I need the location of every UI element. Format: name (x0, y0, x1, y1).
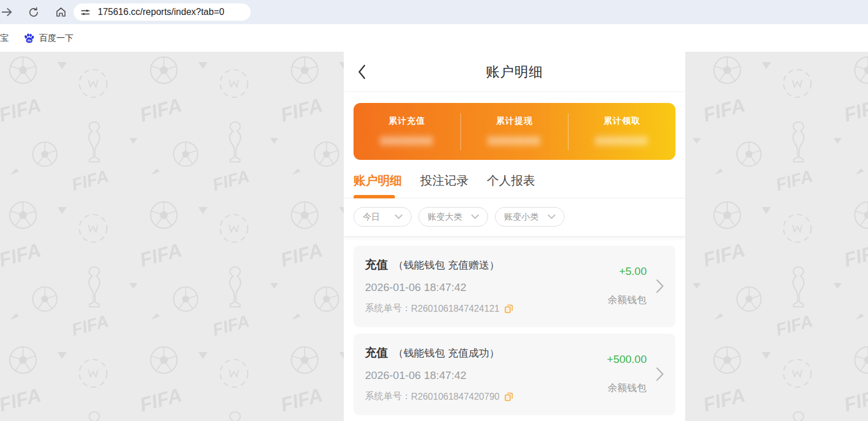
svg-text:du: du (28, 39, 32, 42)
chevron-left-icon (358, 64, 366, 80)
transaction-row[interactable]: 充值 （钱能钱包 充值成功） 2026-01-06 18:47:42 系统单号：… (354, 334, 675, 415)
tab-account-detail[interactable]: 账户明细 (354, 173, 402, 198)
page-background: FIFA FIFA 账户明细 累计充值 8888888 (0, 52, 868, 421)
filter-date-dropdown[interactable]: 今日 (354, 207, 412, 227)
transaction-order: 系统单号： R2601061847424121 (365, 303, 608, 315)
bookmark-baidu[interactable]: du 百度一下 (24, 33, 74, 44)
url-text[interactable]: 175616.cc/reports/index?tab=0 (98, 7, 224, 17)
stat-total-withdraw: 累计提现 8888888 (461, 116, 568, 148)
transaction-wallet: 余额钱包 (608, 381, 647, 395)
tab-personal-report[interactable]: 个人报表 (487, 173, 535, 198)
stat-value-censored: 8888888 (381, 135, 433, 148)
order-number: R2601061847424121 (411, 304, 500, 314)
home-icon[interactable] (55, 6, 67, 18)
tab-label: 账户明细 (354, 173, 402, 189)
tab-bet-records[interactable]: 投注记录 (420, 173, 468, 198)
chevron-right-icon[interactable] (652, 367, 667, 381)
stat-label: 累计提现 (496, 116, 533, 127)
filter-label: 账变大类 (428, 212, 462, 223)
transaction-info: 充值 （钱能钱包 充值成功） 2026-01-06 18:47:42 系统单号：… (365, 345, 607, 403)
chevron-down-icon (548, 215, 555, 219)
transaction-order: 系统单号： R2601061847420790 (365, 391, 607, 403)
filter-label: 今日 (363, 212, 380, 223)
transaction-amount: +5.00 (619, 265, 647, 278)
stat-value-censored: 8888888 (488, 135, 541, 148)
bookmark-baidu-label: 百度一下 (39, 33, 74, 44)
stat-total-deposit: 累计充值 8888888 (354, 116, 460, 148)
address-bar[interactable]: 175616.cc/reports/index?tab=0 (74, 3, 251, 21)
app-content: 账户明细 累计充值 8888888 累计提现 8888888 累计领取 8888… (344, 52, 685, 421)
page-title: 账户明细 (486, 63, 543, 81)
tabs-row: 账户明细 投注记录 个人报表 (344, 160, 685, 198)
chevron-down-icon (471, 215, 479, 219)
transaction-amount-block: +500.00 余额钱包 (607, 353, 647, 395)
transaction-type: 充值 (365, 257, 388, 273)
order-label: 系统单号： (365, 303, 411, 315)
filters-row: 今日 账变大类 账变小类 (344, 198, 685, 236)
transaction-list: 充值 （钱能钱包 充值赠送） 2026-01-06 18:47:42 系统单号：… (344, 236, 685, 421)
transaction-detail: （钱能钱包 充值成功） (393, 346, 500, 360)
forward-icon[interactable] (1, 6, 13, 18)
stat-label: 累计领取 (604, 116, 640, 127)
tab-label: 投注记录 (420, 173, 468, 189)
transaction-wallet: 余额钱包 (608, 293, 647, 307)
chevron-down-icon (395, 215, 402, 219)
transaction-time: 2026-01-06 18:47:42 (365, 369, 607, 382)
filter-major-category-dropdown[interactable]: 账变大类 (418, 207, 488, 227)
copy-icon[interactable] (504, 392, 513, 401)
bookmark-taobao-label: 淘宝 (0, 33, 9, 44)
transaction-info: 充值 （钱能钱包 充值赠送） 2026-01-06 18:47:42 系统单号：… (365, 257, 608, 315)
transaction-amount: +500.00 (607, 353, 647, 366)
copy-icon[interactable] (504, 304, 513, 313)
reload-icon[interactable] (28, 6, 39, 18)
stat-label: 累计充值 (389, 116, 425, 127)
tab-label: 个人报表 (487, 173, 535, 189)
stat-total-claim: 累计领取 8888888 (569, 116, 675, 148)
order-number: R2601061847420790 (411, 392, 500, 402)
order-label: 系统单号： (365, 391, 411, 403)
transaction-type: 充值 (365, 345, 388, 361)
back-button[interactable] (358, 64, 366, 80)
browser-toolbar: 175616.cc/reports/index?tab=0 (0, 0, 868, 24)
bookmarks-bar: 淘宝 du 百度一下 (0, 24, 868, 52)
baidu-paw-icon: du (24, 33, 34, 44)
transaction-amount-block: +5.00 余额钱包 (608, 265, 647, 307)
bookmark-taobao[interactable]: 淘宝 (0, 33, 9, 44)
site-settings-icon[interactable] (80, 7, 90, 17)
filter-minor-category-dropdown[interactable]: 账变小类 (495, 207, 564, 227)
transaction-detail: （钱能钱包 充值赠送） (393, 258, 500, 272)
transaction-time: 2026-01-06 18:47:42 (365, 281, 608, 294)
app-header: 账户明细 (344, 52, 685, 92)
transaction-row[interactable]: 充值 （钱能钱包 充值赠送） 2026-01-06 18:47:42 系统单号：… (354, 246, 675, 327)
summary-card: 累计充值 8888888 累计提现 8888888 累计领取 8888888 (354, 103, 675, 160)
filter-label: 账变小类 (504, 212, 539, 223)
chevron-right-icon[interactable] (652, 279, 667, 293)
stat-value-censored: 8888888 (596, 135, 648, 148)
